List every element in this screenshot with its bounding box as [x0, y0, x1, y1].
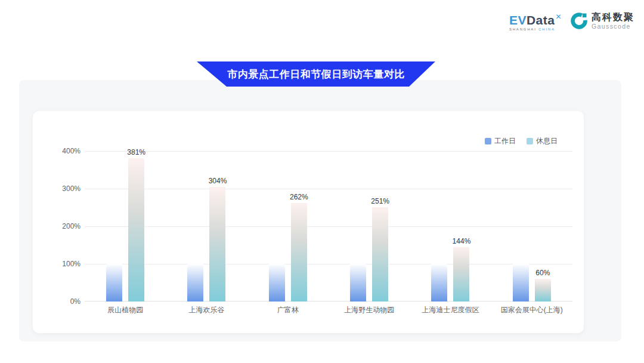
evdata-logo: EVData✕ SHANGHAI CHINA [509, 11, 562, 31]
bar-工作日 [350, 264, 366, 302]
gausscode-name-cn: 高科数聚 [592, 12, 634, 23]
bar-value-label: 251% [371, 197, 389, 205]
bar-value-label: 262% [290, 193, 308, 201]
gausscode-logo: 高科数聚 Gausscode [570, 12, 634, 30]
legend-label: 工作日 [494, 136, 516, 146]
bar-value-label: 60% [535, 269, 550, 277]
bar-group: 144% [410, 151, 491, 302]
bar-休息日: 144% [453, 247, 469, 302]
evdata-logo-ev: EV [509, 13, 527, 27]
legend-item-休息日[interactable]: 休息日 [527, 136, 558, 146]
legend-swatch [527, 138, 533, 144]
evdata-tagline-shanghai: SHANGHAI [509, 27, 537, 31]
evdata-tagline-china: CHINA [538, 27, 555, 31]
evdata-logo-data: Data [527, 13, 555, 27]
bar-value-label: 144% [453, 237, 471, 245]
y-tick-label: 100% [62, 260, 80, 268]
y-tick-label: 200% [62, 222, 80, 230]
title-banner: 市内景点工作日和节假日到访车量对比 [197, 61, 435, 87]
legend: 工作日休息日 [485, 136, 558, 146]
bar-休息日: 60% [535, 279, 551, 302]
legend-swatch [485, 138, 491, 144]
gausscode-g-icon [570, 12, 588, 30]
bar-休息日: 262% [291, 203, 307, 302]
x-tick-label: 国家会展中心(上海) [491, 305, 572, 315]
bar-group: 251% [329, 151, 410, 302]
bar-group: 262% [247, 151, 329, 302]
bar-休息日: 304% [209, 187, 225, 302]
x-tick-label: 辰山植物园 [85, 305, 166, 315]
header-logos: EVData✕ SHANGHAI CHINA 高科数聚 Gausscode [509, 11, 634, 31]
evdata-x-icon: ✕ [555, 13, 562, 21]
bar-value-label: 381% [127, 148, 145, 156]
evdata-tagline: SHANGHAI CHINA [509, 27, 555, 31]
bar-group: 60% [491, 151, 572, 302]
y-axis-labels: 0%100%200%300%400% [33, 151, 80, 302]
bar-工作日 [187, 264, 203, 302]
bar-休息日: 251% [372, 207, 388, 302]
plot-area: 381%304%262%251%144%60% [85, 151, 572, 302]
x-tick-label: 上海欢乐谷 [166, 305, 247, 315]
y-tick-label: 0% [70, 297, 80, 306]
legend-item-工作日[interactable]: 工作日 [485, 136, 516, 146]
bar-工作日 [431, 264, 447, 302]
bar-group: 381% [85, 151, 166, 302]
x-tick-label: 上海野生动物园 [329, 305, 410, 315]
x-tick-label: 广富林 [247, 305, 329, 315]
bar-value-label: 304% [209, 177, 227, 185]
bar-工作日 [269, 264, 285, 302]
bar-工作日 [106, 264, 122, 302]
x-axis-labels: 辰山植物园上海欢乐谷广富林上海野生动物园上海迪士尼度假区国家会展中心(上海) [85, 305, 572, 315]
legend-label: 休息日 [536, 136, 558, 146]
bar-工作日 [513, 264, 529, 302]
chart-card: 工作日休息日 0%100%200%300%400% 381%304%262%25… [33, 111, 584, 333]
y-tick-label: 300% [62, 184, 80, 193]
bar-group: 304% [166, 151, 247, 302]
x-tick-label: 上海迪士尼度假区 [410, 305, 491, 315]
page-title: 市内景点工作日和节假日到访车量对比 [227, 67, 405, 81]
evdata-logo-text: EVData✕ [509, 11, 562, 26]
gausscode-name-en: Gausscode [592, 23, 634, 30]
bar-休息日: 381% [128, 158, 144, 302]
gausscode-logo-text: 高科数聚 Gausscode [592, 12, 634, 30]
y-tick-label: 400% [62, 147, 80, 155]
bars-row: 381%304%262%251%144%60% [85, 151, 572, 302]
